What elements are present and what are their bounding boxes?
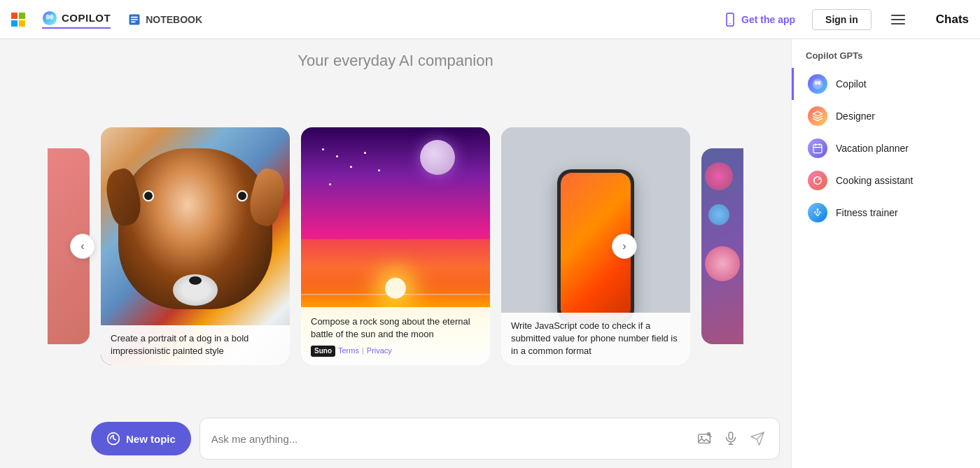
chats-title: Chats <box>936 13 969 27</box>
svg-point-11 <box>701 436 703 438</box>
get-app-label: Get the app <box>741 14 795 25</box>
main-layout: Your everyday AI companion ‹ <box>0 39 980 468</box>
flower-1 <box>705 162 733 190</box>
card-side-right <box>701 148 743 344</box>
sun <box>385 278 406 299</box>
ask-input-wrapper <box>200 418 780 460</box>
send-button[interactable] <box>747 428 768 449</box>
dog-eye-left <box>143 190 154 201</box>
sunset-card-overlay: Compose a rock song about the eternal ba… <box>301 307 490 364</box>
copilot-gpt-svg <box>811 78 824 90</box>
suno-badge: Suno <box>311 346 335 357</box>
dog-card-overlay: Create a portrait of a dog in a bold imp… <box>101 325 290 364</box>
chevron-right-icon: › <box>622 240 626 253</box>
sidebar-fitness-label: Fitness trainer <box>836 207 898 218</box>
send-icon <box>750 431 765 446</box>
svg-rect-14 <box>729 432 733 439</box>
ask-input[interactable] <box>211 433 688 445</box>
card-dog[interactable]: Create a portrait of a dog in a bold imp… <box>101 127 290 365</box>
fitness-gpt-icon <box>808 203 827 222</box>
copilot-nav-icon <box>42 10 57 26</box>
vacation-gpt-svg <box>812 143 823 154</box>
sunset-card-caption: Compose a rock song about the eternal ba… <box>311 315 480 341</box>
sidebar-item-designer[interactable]: Designer <box>792 100 980 132</box>
dog-nose <box>189 276 202 285</box>
svg-point-8 <box>729 23 731 24</box>
image-search-button[interactable] <box>694 428 715 449</box>
separator: | <box>362 346 364 356</box>
image-search-icon <box>696 431 712 446</box>
flower-2 <box>708 204 729 225</box>
sign-in-button[interactable]: Sign in <box>812 9 872 30</box>
chats-header: Chats <box>925 13 969 27</box>
horizon <box>301 294 490 295</box>
svg-point-0 <box>43 10 57 24</box>
svg-point-19 <box>818 81 821 85</box>
phone-card-caption: Write JavaScript code to check if a subm… <box>511 320 678 356</box>
carousel-track: Create a portrait of a dog in a bold imp… <box>0 127 791 365</box>
terms-link[interactable]: Terms <box>338 346 359 356</box>
stars <box>322 148 324 150</box>
notebook-nav-label: NOTEBOOK <box>146 14 202 25</box>
sidebar-item-fitness-trainer[interactable]: Fitness trainer <box>792 197 980 229</box>
cooking-gpt-svg <box>812 175 823 186</box>
svg-point-1 <box>46 14 50 19</box>
microphone-button[interactable] <box>720 428 741 449</box>
sidebar-item-vacation-planner[interactable]: Vacation planner <box>792 132 980 164</box>
suno-line: Suno Terms | Privacy <box>311 346 480 357</box>
svg-point-17 <box>813 79 823 90</box>
card-sunset[interactable]: Compose a rock song about the eternal ba… <box>301 127 490 365</box>
menu-button[interactable] <box>888 12 908 27</box>
privacy-link[interactable]: Privacy <box>367 346 392 356</box>
sidebar-item-cooking-assistant[interactable]: Cooking assistant <box>792 164 980 197</box>
ms-sq-red <box>11 13 18 19</box>
copilot-nav-label: COPILOT <box>62 12 111 24</box>
flower-3 <box>705 246 740 281</box>
phone-card-overlay: Write JavaScript code to check if a subm… <box>501 313 690 365</box>
ms-sq-green <box>19 13 25 19</box>
copilot-gpt-icon <box>808 74 827 94</box>
bottom-bar: New topic <box>0 409 791 468</box>
menu-line-2 <box>891 19 905 20</box>
carousel-next-button[interactable]: › <box>612 234 637 259</box>
carousel: ‹ <box>0 83 791 409</box>
copilot-nav-link[interactable]: COPILOT <box>42 10 111 29</box>
menu-line-3 <box>891 23 905 24</box>
svg-point-2 <box>50 14 54 19</box>
new-topic-label: New topic <box>126 433 176 445</box>
sidebar-section-label: Copilot GPTs <box>792 48 980 68</box>
vacation-gpt-icon <box>808 139 827 158</box>
microphone-icon <box>723 431 738 446</box>
sidebar-item-copilot[interactable]: Copilot <box>792 68 980 100</box>
sidebar-cooking-label: Cooking assistant <box>836 175 913 186</box>
chevron-left-icon: ‹ <box>80 240 84 253</box>
menu-line-1 <box>891 15 905 16</box>
svg-line-13 <box>710 436 711 437</box>
fitness-gpt-svg <box>812 207 823 218</box>
notebook-icon <box>127 13 141 27</box>
designer-gpt-svg <box>812 111 823 122</box>
topnav: COPILOT NOTEBOOK Get the app Sign in Cha… <box>0 0 980 39</box>
svg-rect-4 <box>131 16 138 17</box>
new-topic-button[interactable]: New topic <box>91 422 191 455</box>
notebook-nav-link[interactable]: NOTEBOOK <box>127 13 202 27</box>
card-phone[interactable]: Write JavaScript code to check if a subm… <box>501 127 690 365</box>
svg-point-18 <box>815 81 818 85</box>
sidebar-vacation-label: Vacation planner <box>836 143 909 154</box>
ms-sq-blue <box>11 20 18 27</box>
dog-eye-right <box>237 190 248 201</box>
get-app-button[interactable]: Get the app <box>723 13 795 27</box>
ms-sq-yellow <box>19 20 25 27</box>
svg-rect-6 <box>131 21 136 22</box>
center-content: Your everyday AI companion ‹ <box>0 39 791 468</box>
designer-gpt-icon <box>808 106 827 126</box>
microsoft-logo <box>11 13 25 27</box>
phone-icon <box>723 13 737 27</box>
carousel-prev-button[interactable]: ‹ <box>70 234 95 259</box>
cooking-gpt-icon <box>808 171 827 190</box>
svg-rect-5 <box>131 19 138 20</box>
refresh-circle-icon <box>106 432 120 446</box>
dog-card-caption: Create a portrait of a dog in a bold imp… <box>111 333 248 356</box>
sidebar-copilot-label: Copilot <box>836 78 867 90</box>
sidebar-designer-label: Designer <box>836 111 875 122</box>
